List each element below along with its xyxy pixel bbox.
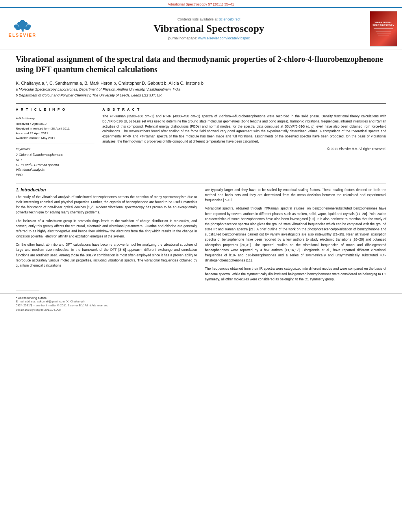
contents-text: Contents lists available at (177, 17, 217, 21)
keywords-block: Keywords: 2-Chloro-4-fluorobenzophenone … (16, 147, 94, 178)
body-para-3: On the other hand, ab initio and DFT cal… (16, 242, 197, 268)
contents-line: Contents lists available at ScienceDirec… (56, 17, 362, 21)
article-history-label: Article history: (16, 117, 94, 120)
corresponding-author-note: * Corresponding author. (16, 296, 386, 300)
body-left-column: 1. Introduction The study of the vibrati… (16, 187, 197, 285)
svg-point-5 (14, 24, 18, 28)
abstract-header: A B S T R A C T (102, 108, 386, 111)
journal-homepage-line: journal homepage: www.elsevier.com/locat… (56, 36, 362, 40)
cover-text-line1: VIBRATIONAL (374, 21, 393, 24)
journal-title-area: Contents lists available at ScienceDirec… (56, 17, 362, 40)
abstract-column: A B S T R A C T The FT-Raman (3500–100 c… (102, 108, 386, 178)
affiliation-b: b Department of Colour and Polymer Chemi… (16, 93, 386, 98)
received-date: Received 4 April 2010 (16, 122, 94, 126)
body-para-6: The frequencies obtained from their IR s… (205, 266, 387, 282)
section1-title: 1. Introduction (16, 187, 197, 192)
elsevier-tree-icon (12, 20, 33, 32)
body-para-4: are typically larger and they have to be… (205, 187, 387, 203)
journal-main-title: Vibrational Spectroscopy (56, 23, 362, 35)
footer-divider (16, 291, 39, 291)
article-info-header: A R T I C L E I N F O (16, 108, 94, 111)
affiliation-a: a Molecular Spectroscopy Laboratories, D… (16, 87, 386, 92)
keywords-label: Keywords: (16, 147, 94, 151)
paper-title: Vibrational assignment of the spectral d… (16, 54, 386, 77)
journal-ref-text: Vibrational Spectroscopy 57 (2011) 35–41 (168, 2, 234, 6)
cover-text-line2: SPECTROSCOPY (372, 24, 395, 27)
body-para-1: The study of the vibrational analysis of… (16, 195, 197, 215)
body-para-5: Vibrational spectra, obtained through IR… (205, 206, 387, 263)
elsevier-wordmark: ELSEVIER (9, 33, 36, 37)
page-container: Vibrational Spectroscopy 57 (2011) 35–41 (0, 0, 402, 314)
revised-date: Received in revised form 28 April 2011 (16, 126, 94, 131)
abstract-text: The FT-Raman (3500–100 cm−1) and FT-IR (… (102, 114, 386, 151)
svg-point-8 (17, 22, 20, 26)
journal-cover-image: VIBRATIONAL SPECTROSCOPY (370, 11, 397, 46)
elsevier-logo-area: ELSEVIER (5, 19, 52, 39)
footer-area: * Corresponding author. E-mail address: … (0, 293, 402, 315)
keyword-1: 2-Chloro-4-fluorobenzophenone (16, 152, 94, 158)
journal-cover-area: VIBRATIONAL SPECTROSCOPY (366, 11, 397, 46)
issn-note: 0924-2031/$ – see front matter © 2011 El… (16, 304, 386, 308)
copyright-line: © 2011 Elsevier B.V. All rights reserved… (102, 146, 386, 152)
body-right-column: are typically larger and they have to be… (205, 187, 387, 285)
article-info-block: Article history: Received 4 April 2010 R… (16, 114, 94, 143)
keyword-5: PED (16, 172, 94, 178)
body-para-2: The inclusion of a substituent group in … (16, 219, 197, 239)
sciencedirect-link[interactable]: ScienceDirect (219, 17, 241, 21)
homepage-label: journal homepage: (168, 36, 197, 40)
info-abstract-section: A R T I C L E I N F O Article history: R… (16, 103, 386, 178)
journal-reference-bar: Vibrational Spectroscopy 57 (2011) 35–41 (0, 0, 402, 7)
abstract-body: The FT-Raman (3500–100 cm−1) and FT-IR (… (102, 114, 386, 143)
available-date: Available online 8 May 2011 (16, 136, 94, 141)
homepage-url[interactable]: www.elsevier.com/locate/vibspec (198, 36, 250, 40)
body-section: 1. Introduction The study of the vibrati… (16, 183, 386, 285)
journal-header: ELSEVIER Contents lists available at Sci… (0, 7, 402, 50)
article-content: Vibrational assignment of the spectral d… (0, 50, 402, 289)
elsevier-logo: ELSEVIER (5, 19, 40, 39)
keyword-4: Vibrational analysis (16, 167, 94, 172)
svg-point-9 (24, 22, 27, 26)
authors-line: K. Chaitanya a,*, C. Santhamma a, B. Mar… (16, 81, 386, 85)
keyword-2: DFT (16, 158, 94, 163)
email-note: E-mail address: cskcmail@gmail.com (K. C… (16, 300, 386, 304)
doi-note: doi:10.1016/j.vibspec.2011.04.006 (16, 308, 386, 312)
article-info-column: A R T I C L E I N F O Article history: R… (16, 108, 94, 178)
accepted-date: Accepted 29 April 2011 (16, 131, 94, 136)
keyword-3: FT-IR and FT-Raman spectra (16, 163, 94, 168)
authors-text: K. Chaitanya a,*, C. Santhamma a, B. Mar… (16, 81, 204, 85)
svg-point-6 (26, 24, 31, 28)
